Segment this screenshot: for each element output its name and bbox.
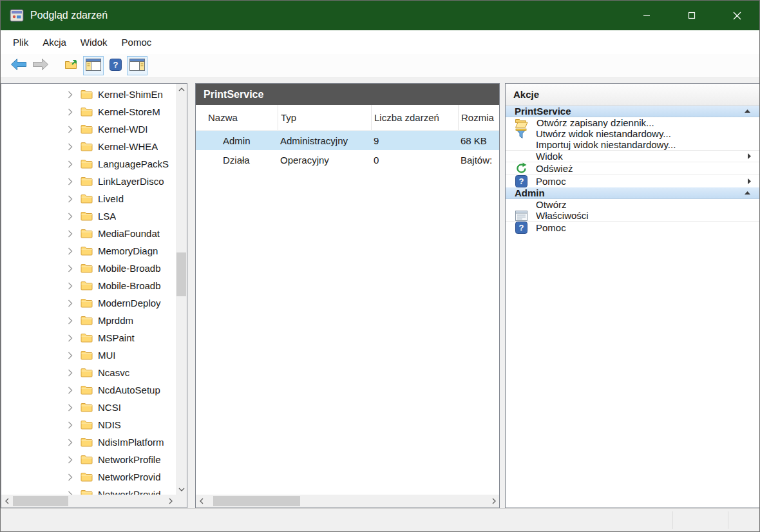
menu-widok[interactable]: Widok [73,30,115,54]
tree-item[interactable]: Mobile-Broadb [1,260,176,277]
expand-chevron-icon[interactable] [68,126,74,133]
tree-item[interactable]: NcdAutoSetup [1,381,176,399]
tree-item-label: Mobile-Broadb [98,280,161,291]
scroll-up-arrow-icon[interactable] [176,84,187,95]
action-item[interactable]: Importuj widok niestandardowy... [506,139,759,150]
action-item[interactable]: Właściwości [506,210,759,221]
tree-item[interactable]: Mprddm [1,312,176,329]
horizontal-scrollbar-thumb[interactable] [13,496,68,506]
tree-item[interactable]: MSPaint [1,329,176,347]
minimize-button[interactable] [624,1,669,30]
expand-chevron-icon[interactable] [68,213,74,220]
panel-splitter-right[interactable] [500,83,505,508]
scroll-down-arrow-icon[interactable] [176,484,187,495]
tree-item[interactable]: Ncasvc [1,364,176,381]
close-button[interactable] [714,1,759,30]
tree-item[interactable]: NCSI [1,399,176,416]
scroll-right-arrow-icon[interactable] [488,495,499,508]
expand-chevron-icon[interactable] [68,369,74,377]
vertical-scrollbar-thumb[interactable] [176,252,186,296]
column-header-1[interactable]: Nazwa [205,105,278,130]
console-tree-toggle-button[interactable] [83,56,104,75]
results-horizontal-scrollbar[interactable] [196,495,499,508]
expand-chevron-icon[interactable] [68,334,74,342]
horizontal-scrollbar-thumb[interactable] [213,496,300,506]
tree-item[interactable]: Kernel-WDI [1,120,176,138]
tree-horizontal-scrollbar[interactable] [1,495,176,508]
tree-item[interactable]: NetworkProvid [1,486,176,495]
horizontal-scroll-track[interactable] [12,495,165,508]
tree-item[interactable]: MUI [1,347,176,364]
tree-item[interactable]: LinkLayerDisco [1,173,176,190]
tree-item[interactable]: Kernel-WHEA [1,138,176,155]
expand-chevron-icon[interactable] [68,195,74,203]
expand-chevron-icon[interactable] [68,282,74,290]
scroll-right-arrow-icon[interactable] [165,495,176,508]
expand-chevron-icon[interactable] [68,439,74,446]
tree-item[interactable]: Kernel-ShimEn [1,86,176,103]
action-item[interactable]: Odśwież [506,162,759,175]
action-item[interactable]: Utwórz widok niestandardowy... [506,128,759,139]
tree-item[interactable]: LiveId [1,190,176,207]
action-section-header-printservice[interactable]: PrintService [506,106,759,117]
table-row[interactable]: AdminAdministracyjny968 KB [196,131,499,150]
tree-item[interactable]: LanguagePackS [1,155,176,173]
back-button[interactable] [8,56,29,75]
app-icon [10,8,24,23]
expand-chevron-icon[interactable] [68,299,74,307]
tree-item[interactable]: Mobile-Broadb [1,277,176,294]
expand-chevron-icon[interactable] [68,265,74,272]
tree-item[interactable]: NDIS [1,416,176,433]
tree-item[interactable]: NdisImPlatform [1,433,176,451]
collapse-up-icon[interactable] [744,191,751,195]
tree-item[interactable]: NetworkProvid [1,468,176,486]
menu-pomoc[interactable]: Pomoc [115,30,159,54]
expand-chevron-icon[interactable] [68,247,74,255]
tree-item[interactable]: Kernel-StoreM [1,103,176,120]
action-section-header-admin[interactable]: Admin [506,187,759,199]
scroll-left-arrow-icon[interactable] [1,495,12,508]
folder-up-icon [64,59,79,73]
expand-chevron-icon[interactable] [68,317,74,325]
expand-chevron-icon[interactable] [68,421,74,429]
tree-item[interactable]: MediaFoundat [1,225,176,242]
tree-item[interactable]: LSA [1,207,176,225]
expand-chevron-icon[interactable] [68,108,74,116]
collapse-up-icon[interactable] [744,109,751,113]
expand-chevron-icon[interactable] [68,404,74,412]
expand-chevron-icon[interactable] [68,386,74,394]
scroll-left-arrow-icon[interactable] [196,495,207,508]
action-item[interactable]: Otwórz zapisany dziennik... [506,117,759,128]
expand-chevron-icon[interactable] [68,352,74,359]
tree-item[interactable]: MemoryDiagn [1,242,176,260]
horizontal-scroll-track[interactable] [207,495,488,508]
expand-chevron-icon[interactable] [68,456,74,464]
tree-vertical-scrollbar[interactable] [176,84,187,495]
action-item[interactable]: ?Pomoc [506,221,759,234]
help-button[interactable]: ? [105,56,126,75]
submenu-right-icon[interactable] [747,153,752,160]
panel-splitter-left[interactable] [187,83,195,508]
column-header-2[interactable]: Typ [278,105,371,130]
tree-item[interactable]: NetworkProfile [1,451,176,468]
action-item[interactable]: ?Pomoc [506,175,759,187]
up-level-button[interactable] [61,56,82,75]
tree-item[interactable]: ModernDeploy [1,294,176,312]
expand-chevron-icon[interactable] [68,230,74,238]
forward-button[interactable] [30,56,51,75]
menu-akcja[interactable]: Akcja [35,30,73,54]
table-row[interactable]: DziałaOperacyjny0Bajtów: [196,150,499,169]
action-pane-toggle-button[interactable] [127,56,147,75]
column-header-3[interactable]: Liczba zdarzeń [371,105,458,130]
expand-chevron-icon[interactable] [68,91,74,99]
expand-chevron-icon[interactable] [68,160,74,168]
menu-plik[interactable]: Plik [6,30,35,54]
column-header-4[interactable]: Rozmia [458,105,499,130]
expand-chevron-icon[interactable] [68,473,74,481]
action-item[interactable]: Otwórz [506,199,759,210]
submenu-right-icon[interactable] [747,178,752,185]
expand-chevron-icon[interactable] [68,143,74,151]
expand-chevron-icon[interactable] [68,178,74,185]
maximize-button[interactable] [669,1,714,30]
action-item[interactable]: Widok [506,150,759,162]
